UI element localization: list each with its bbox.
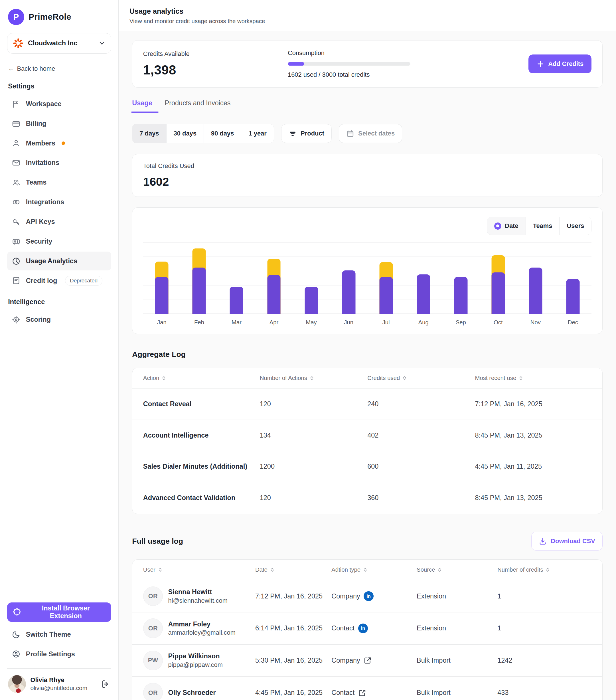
bar-chart: Jan Feb Mar Apr May Jun Jul Aug Sep Oct … bbox=[143, 242, 592, 325]
range-90-days[interactable]: 90 days bbox=[204, 124, 241, 143]
download-csv-button[interactable]: Download CSV bbox=[531, 532, 603, 551]
chart-column[interactable] bbox=[367, 242, 405, 313]
col-user[interactable]: User bbox=[143, 566, 255, 573]
brand-name: PrimeRole bbox=[28, 12, 71, 22]
brand: P PrimeRole bbox=[7, 7, 111, 27]
chart-column[interactable] bbox=[479, 242, 517, 313]
total-credits-card: Total Credits Used 1602 bbox=[132, 154, 603, 197]
chart-column[interactable] bbox=[143, 242, 180, 313]
sidebar-item-security[interactable]: Security bbox=[7, 232, 111, 251]
product-filter-button[interactable]: Product bbox=[281, 124, 332, 143]
chart-column[interactable] bbox=[517, 242, 554, 313]
table-row[interactable]: OROlly Schroeder 4:45 PM, Jan 16, 2025 C… bbox=[132, 677, 602, 700]
sort-icon bbox=[270, 567, 275, 572]
select-dates-button[interactable]: Select dates bbox=[339, 124, 402, 143]
chart-column[interactable] bbox=[218, 242, 255, 313]
sidebar-item-billing[interactable]: Billing bbox=[7, 114, 111, 133]
chart-column[interactable] bbox=[293, 242, 330, 313]
org-name: Cloudwatch Inc bbox=[28, 39, 94, 47]
logout-icon[interactable] bbox=[101, 679, 110, 689]
table-row[interactable]: Contact Reveal 120 240 7:12 PM, Jan 16, … bbox=[132, 388, 602, 420]
chart-column[interactable] bbox=[405, 242, 442, 313]
range-30-days[interactable]: 30 days bbox=[166, 124, 204, 143]
sidebar-item-invitations[interactable]: Invitations bbox=[7, 153, 111, 172]
credits-summary-card: Credits Available 1,398 Consumption 1602… bbox=[132, 40, 603, 88]
table-row[interactable]: PWPippa Wilkinsonpippa@pippaw.com 5:30 P… bbox=[132, 645, 602, 677]
add-credits-button[interactable]: Add Credits bbox=[528, 54, 591, 73]
chart-view-teams[interactable]: Teams bbox=[526, 217, 560, 235]
chart-view-users[interactable]: Users bbox=[560, 217, 591, 235]
total-credits-value: 1602 bbox=[143, 175, 592, 189]
pie-chart-icon bbox=[12, 257, 21, 265]
table-row[interactable]: Account Intelligence 134 402 8:45 PM, Ja… bbox=[132, 420, 602, 451]
sidebar-item-workspace[interactable]: Workspace bbox=[7, 95, 111, 114]
usage-chart-card: Date Teams Users bbox=[132, 208, 603, 334]
linkedin-icon: in bbox=[358, 624, 368, 633]
avatar: PW bbox=[143, 651, 163, 670]
sidebar-item-scoring[interactable]: Scoring bbox=[7, 310, 111, 329]
sort-icon bbox=[161, 376, 166, 380]
intelligence-nav: Scoring bbox=[7, 310, 111, 329]
x-axis-labels: Jan Feb Mar Apr May Jun Jul Aug Sep Oct … bbox=[143, 319, 592, 326]
key-icon bbox=[12, 217, 21, 226]
org-selector[interactable]: Cloudwatch Inc bbox=[7, 33, 111, 54]
chart-column[interactable] bbox=[330, 242, 367, 313]
col-credits-used[interactable]: Credits used bbox=[367, 375, 475, 382]
col-source[interactable]: Source bbox=[417, 566, 498, 573]
document-icon bbox=[12, 276, 21, 285]
credits-available: Credits Available 1,398 bbox=[143, 50, 277, 78]
range-7-days[interactable]: 7 days bbox=[132, 124, 166, 143]
linkedin-icon: in bbox=[364, 591, 373, 601]
col-number-of-credits[interactable]: Number of credits bbox=[498, 566, 591, 573]
sidebar: P PrimeRole Cloudwatch Inc ← Back to hom… bbox=[0, 0, 118, 700]
install-extension-button[interactable]: Install Browser Extension bbox=[7, 602, 111, 622]
sidebar-item-members[interactable]: Members bbox=[7, 134, 111, 153]
chart-view-segmented-control: Date Teams Users bbox=[487, 217, 592, 235]
chart-view-date[interactable]: Date bbox=[487, 217, 526, 235]
profile-row: Olivia Rhye olivia@untitledui.com bbox=[7, 672, 111, 693]
chart-column[interactable] bbox=[255, 242, 293, 313]
table-row[interactable]: Sales Dialer Minutes (Additional) 1200 6… bbox=[132, 451, 602, 482]
switch-theme-button[interactable]: Switch Theme bbox=[7, 625, 111, 645]
back-to-home-link[interactable]: ← Back to home bbox=[7, 65, 111, 73]
chart-column[interactable] bbox=[554, 242, 591, 313]
tab-products-invoices[interactable]: Products and Invoices bbox=[165, 99, 231, 113]
page-title: Usage analytics bbox=[129, 7, 605, 15]
sort-icon bbox=[158, 567, 163, 572]
aggregate-log-table: Action Number of Actions Credits used Mo… bbox=[132, 368, 603, 514]
sidebar-item-credit-log[interactable]: Credit log Deprecated bbox=[7, 271, 111, 290]
profile-settings-button[interactable]: Profile Settings bbox=[7, 645, 111, 664]
full-usage-log-table-header: User Date Adtion type Source Number of c… bbox=[132, 560, 602, 580]
consumption-progress-fill bbox=[288, 62, 304, 66]
sidebar-item-teams[interactable]: Teams bbox=[7, 173, 111, 192]
table-row[interactable]: ORAmmar Foleyammarfoley@gmail.com 6:14 P… bbox=[132, 612, 602, 645]
members-notification-dot bbox=[62, 141, 65, 145]
sidebar-item-usage-analytics[interactable]: Usage Analytics bbox=[7, 252, 111, 271]
col-date[interactable]: Date bbox=[255, 566, 331, 573]
chart-column[interactable] bbox=[442, 242, 479, 313]
credit-card-icon bbox=[12, 119, 21, 128]
target-icon bbox=[12, 315, 21, 324]
page-header: Usage analytics View and monitor credit … bbox=[118, 0, 616, 31]
sort-icon bbox=[545, 567, 550, 572]
col-number-of-actions[interactable]: Number of Actions bbox=[260, 375, 367, 382]
avatar: OR bbox=[143, 618, 163, 638]
table-row[interactable]: Advanced Contact Validation 120 360 8:45… bbox=[132, 482, 602, 514]
sidebar-item-integrations[interactable]: Integrations bbox=[7, 193, 111, 212]
user-icon bbox=[12, 139, 21, 148]
external-link-icon bbox=[358, 689, 366, 697]
range-1-year[interactable]: 1 year bbox=[241, 124, 274, 143]
settings-section-label: Settings bbox=[7, 83, 111, 90]
col-most-recent-use[interactable]: Most recent use bbox=[475, 375, 592, 382]
consumption-used-text: 1602 used / 3000 total credits bbox=[288, 71, 518, 78]
radio-selected-icon bbox=[494, 223, 501, 230]
puzzle-icon bbox=[13, 608, 21, 616]
tab-usage[interactable]: Usage bbox=[132, 99, 152, 113]
col-action[interactable]: Action bbox=[143, 375, 260, 382]
settings-nav: Workspace Billing Members Invitations Te… bbox=[7, 95, 111, 290]
table-row[interactable]: ORSienna Hewitthi@siennahewitt.com 7:12 … bbox=[132, 580, 602, 612]
sidebar-item-api-keys[interactable]: API Keys bbox=[7, 213, 111, 232]
col-action-type[interactable]: Adtion type bbox=[331, 566, 417, 573]
chart-column[interactable] bbox=[180, 242, 218, 313]
total-credits-label: Total Credits Used bbox=[143, 162, 592, 170]
